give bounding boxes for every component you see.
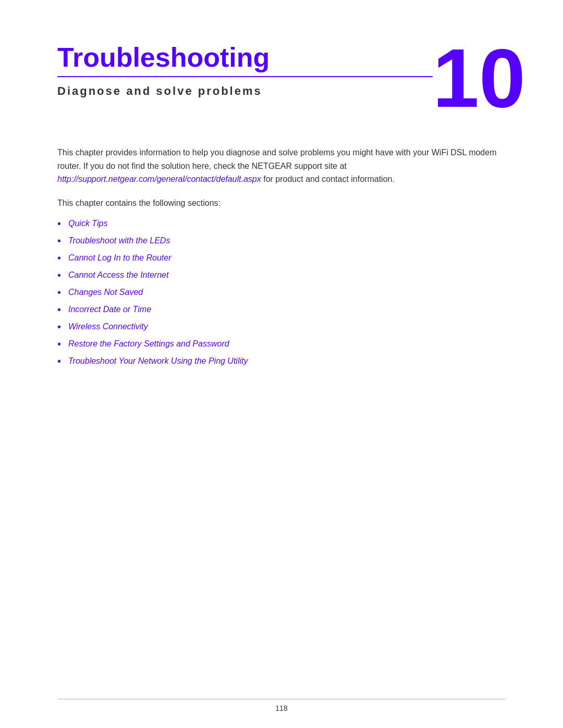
chapter-subtitle: Diagnose and solve problems [57,84,433,98]
toc-link-ping-utility[interactable]: Troubleshoot Your Network Using the Ping… [68,356,248,366]
toc-link-quick-tips[interactable]: Quick Tips [68,219,107,228]
toc-link-incorrect-date-time[interactable]: Incorrect Date or Time [68,305,151,314]
toc-link-wireless-connectivity[interactable]: Wireless Connectivity [68,322,148,331]
bullet-icon: • [57,355,61,367]
chapter-title: Troubleshooting [57,42,433,73]
toc-link-cannot-access-internet[interactable]: Cannot Access the Internet [68,270,168,280]
bullet-icon: • [57,218,61,230]
content-area: This chapter provides information to hel… [57,146,506,697]
bullet-icon: • [57,304,61,316]
title-section: Troubleshooting Diagnose and solve probl… [57,42,433,98]
toc-list-item: •Cannot Log In to the Router [57,253,506,264]
bullet-icon: • [57,252,61,264]
bullet-icon: • [57,338,61,350]
toc-link-cannot-log-in[interactable]: Cannot Log In to the Router [68,253,171,263]
bullet-icon: • [57,235,61,247]
chapter-number: 10 [433,36,525,120]
page: Troubleshooting Diagnose and solve probl… [0,0,563,728]
toc-list-item: •Cannot Access the Internet [57,270,506,281]
intro-paragraph: This chapter provides information to hel… [57,146,506,186]
bullet-icon: • [57,269,61,281]
toc-link-troubleshoot-leds[interactable]: Troubleshoot with the LEDs [68,236,170,245]
toc-list-item: •Troubleshoot Your Network Using the Pin… [57,356,506,367]
page-number: 118 [275,704,287,712]
toc-list: •Quick Tips•Troubleshoot with the LEDs•C… [57,219,506,367]
toc-list-item: •Quick Tips [57,219,506,230]
toc-list-item: •Restore the Factory Settings and Passwo… [57,339,506,350]
toc-list-item: •Troubleshoot with the LEDs [57,236,506,247]
bullet-icon: • [57,287,61,299]
toc-link-changes-not-saved[interactable]: Changes Not Saved [68,288,143,297]
toc-list-item: •Wireless Connectivity [57,322,506,333]
sections-intro: This chapter contains the following sect… [57,196,506,210]
intro-link[interactable]: http://support.netgear.com/general/conta… [57,175,261,183]
title-underline [57,76,433,77]
header-area: Troubleshooting Diagnose and solve probl… [57,42,506,120]
bullet-icon: • [57,321,61,333]
footer-line [57,699,506,699]
intro-text-after-link: for product and contact information. [261,175,395,183]
toc-list-item: •Changes Not Saved [57,288,506,299]
toc-list-item: •Incorrect Date or Time [57,305,506,316]
toc-link-restore-factory[interactable]: Restore the Factory Settings and Passwor… [68,339,229,349]
intro-text-before-link: This chapter provides information to hel… [57,148,496,170]
